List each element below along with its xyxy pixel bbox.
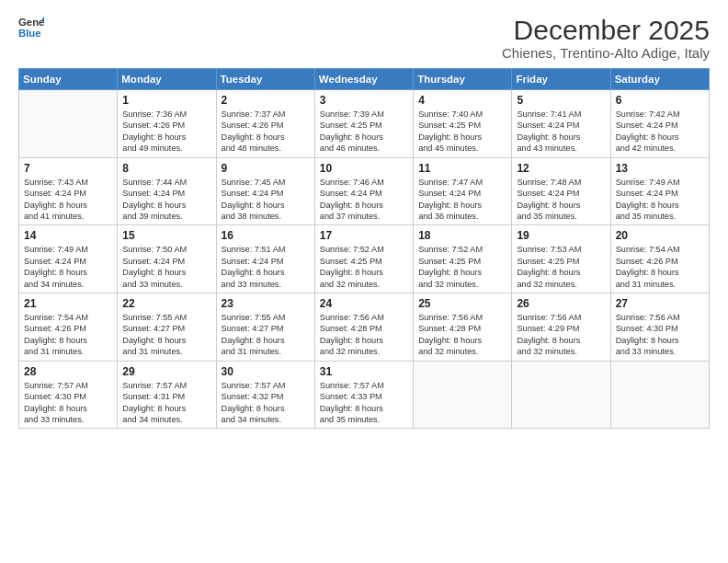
day-info: Sunrise: 7:56 AM Sunset: 4:28 PM Dayligh… (418, 312, 506, 358)
day-info: Sunrise: 7:41 AM Sunset: 4:24 PM Dayligh… (517, 109, 605, 155)
header-tuesday: Tuesday (216, 69, 314, 90)
calendar-day-cell: 15Sunrise: 7:50 AM Sunset: 4:24 PM Dayli… (118, 225, 216, 293)
day-info: Sunrise: 7:56 AM Sunset: 4:30 PM Dayligh… (616, 312, 704, 358)
day-number: 30 (222, 365, 310, 378)
day-number: 22 (122, 297, 210, 310)
calendar-day-cell: 18Sunrise: 7:52 AM Sunset: 4:25 PM Dayli… (414, 225, 512, 293)
day-info: Sunrise: 7:53 AM Sunset: 4:25 PM Dayligh… (517, 244, 605, 290)
day-info: Sunrise: 7:45 AM Sunset: 4:24 PM Dayligh… (222, 177, 310, 223)
calendar-day-cell: 24Sunrise: 7:56 AM Sunset: 4:28 PM Dayli… (314, 293, 413, 362)
day-number: 9 (222, 162, 310, 175)
calendar-day-cell (610, 361, 709, 429)
day-info: Sunrise: 7:36 AM Sunset: 4:26 PM Dayligh… (122, 109, 210, 155)
day-number: 8 (122, 162, 210, 175)
header-wednesday: Wednesday (314, 69, 413, 90)
day-number: 28 (24, 365, 112, 378)
day-info: Sunrise: 7:47 AM Sunset: 4:24 PM Dayligh… (418, 177, 506, 223)
day-number: 21 (24, 297, 112, 310)
calendar-day-cell: 5Sunrise: 7:41 AM Sunset: 4:24 PM Daylig… (512, 90, 610, 158)
calendar-day-cell: 4Sunrise: 7:40 AM Sunset: 4:25 PM Daylig… (414, 90, 512, 158)
day-number: 24 (320, 297, 408, 310)
day-info: Sunrise: 7:55 AM Sunset: 4:27 PM Dayligh… (222, 312, 310, 358)
calendar-day-cell: 19Sunrise: 7:53 AM Sunset: 4:25 PM Dayli… (512, 225, 610, 293)
day-info: Sunrise: 7:57 AM Sunset: 4:32 PM Dayligh… (222, 380, 310, 426)
day-info: Sunrise: 7:46 AM Sunset: 4:24 PM Dayligh… (320, 177, 408, 223)
calendar-day-cell: 7Sunrise: 7:43 AM Sunset: 4:24 PM Daylig… (19, 157, 118, 225)
day-number: 15 (122, 229, 210, 242)
calendar-day-cell: 16Sunrise: 7:51 AM Sunset: 4:24 PM Dayli… (216, 225, 314, 293)
day-info: Sunrise: 7:49 AM Sunset: 4:24 PM Dayligh… (616, 177, 704, 223)
header-sunday: Sunday (19, 69, 118, 90)
calendar-day-cell: 11Sunrise: 7:47 AM Sunset: 4:24 PM Dayli… (414, 157, 512, 225)
location-subtitle: Chienes, Trentino-Alto Adige, Italy (502, 45, 710, 61)
day-number: 13 (616, 162, 704, 175)
day-info: Sunrise: 7:40 AM Sunset: 4:25 PM Dayligh… (418, 109, 506, 155)
day-number: 26 (517, 297, 605, 310)
day-number: 3 (320, 94, 408, 107)
day-number: 12 (517, 162, 605, 175)
day-number: 29 (122, 365, 210, 378)
calendar-day-cell: 28Sunrise: 7:57 AM Sunset: 4:30 PM Dayli… (19, 361, 118, 429)
calendar-day-cell: 12Sunrise: 7:48 AM Sunset: 4:24 PM Dayli… (512, 157, 610, 225)
month-year-title: December 2025 (502, 15, 710, 45)
calendar-day-cell: 27Sunrise: 7:56 AM Sunset: 4:30 PM Dayli… (610, 293, 709, 362)
calendar-day-cell: 30Sunrise: 7:57 AM Sunset: 4:32 PM Dayli… (216, 361, 314, 429)
day-info: Sunrise: 7:56 AM Sunset: 4:28 PM Dayligh… (320, 312, 408, 358)
calendar-day-cell: 9Sunrise: 7:45 AM Sunset: 4:24 PM Daylig… (216, 157, 314, 225)
calendar-day-cell: 6Sunrise: 7:42 AM Sunset: 4:24 PM Daylig… (610, 90, 709, 158)
day-info: Sunrise: 7:54 AM Sunset: 4:26 PM Dayligh… (616, 244, 704, 290)
calendar-day-cell: 8Sunrise: 7:44 AM Sunset: 4:24 PM Daylig… (118, 157, 216, 225)
day-number: 2 (222, 94, 310, 107)
calendar-day-cell: 21Sunrise: 7:54 AM Sunset: 4:26 PM Dayli… (19, 293, 118, 362)
calendar-table: Sunday Monday Tuesday Wednesday Thursday… (18, 68, 710, 429)
day-info: Sunrise: 7:57 AM Sunset: 4:31 PM Dayligh… (122, 380, 210, 426)
day-info: Sunrise: 7:42 AM Sunset: 4:24 PM Dayligh… (616, 109, 704, 155)
day-info: Sunrise: 7:50 AM Sunset: 4:24 PM Dayligh… (122, 244, 210, 290)
calendar-day-cell: 17Sunrise: 7:52 AM Sunset: 4:25 PM Dayli… (314, 225, 413, 293)
calendar-day-cell (19, 90, 118, 158)
day-number: 25 (418, 297, 506, 310)
day-number: 31 (320, 365, 408, 378)
day-number: 18 (418, 229, 506, 242)
logo: General Blue (18, 15, 46, 40)
day-info: Sunrise: 7:54 AM Sunset: 4:26 PM Dayligh… (24, 312, 112, 358)
day-info: Sunrise: 7:37 AM Sunset: 4:26 PM Dayligh… (222, 109, 310, 155)
calendar-day-cell: 20Sunrise: 7:54 AM Sunset: 4:26 PM Dayli… (610, 225, 709, 293)
week-row-3: 14Sunrise: 7:49 AM Sunset: 4:24 PM Dayli… (19, 225, 710, 293)
calendar-day-cell (414, 361, 512, 429)
calendar-day-cell: 10Sunrise: 7:46 AM Sunset: 4:24 PM Dayli… (314, 157, 413, 225)
header: General Blue December 2025 Chienes, Tren… (18, 15, 710, 61)
day-info: Sunrise: 7:52 AM Sunset: 4:25 PM Dayligh… (418, 244, 506, 290)
calendar-day-cell: 2Sunrise: 7:37 AM Sunset: 4:26 PM Daylig… (216, 90, 314, 158)
day-number: 7 (24, 162, 112, 175)
calendar-day-cell: 26Sunrise: 7:56 AM Sunset: 4:29 PM Dayli… (512, 293, 610, 362)
title-block: December 2025 Chienes, Trentino-Alto Adi… (502, 15, 710, 61)
day-info: Sunrise: 7:57 AM Sunset: 4:33 PM Dayligh… (320, 380, 408, 426)
week-row-2: 7Sunrise: 7:43 AM Sunset: 4:24 PM Daylig… (19, 157, 710, 225)
week-row-5: 28Sunrise: 7:57 AM Sunset: 4:30 PM Dayli… (19, 361, 710, 429)
calendar-day-cell: 25Sunrise: 7:56 AM Sunset: 4:28 PM Dayli… (414, 293, 512, 362)
day-info: Sunrise: 7:43 AM Sunset: 4:24 PM Dayligh… (24, 177, 112, 223)
day-number: 19 (517, 229, 605, 242)
day-info: Sunrise: 7:57 AM Sunset: 4:30 PM Dayligh… (24, 380, 112, 426)
calendar-day-cell: 13Sunrise: 7:49 AM Sunset: 4:24 PM Dayli… (610, 157, 709, 225)
day-number: 6 (616, 94, 704, 107)
day-number: 23 (222, 297, 310, 310)
day-info: Sunrise: 7:51 AM Sunset: 4:24 PM Dayligh… (222, 244, 310, 290)
svg-text:General: General (18, 17, 44, 28)
day-info: Sunrise: 7:56 AM Sunset: 4:29 PM Dayligh… (517, 312, 605, 358)
day-number: 16 (222, 229, 310, 242)
header-monday: Monday (118, 69, 216, 90)
header-saturday: Saturday (610, 69, 709, 90)
day-number: 1 (122, 94, 210, 107)
day-number: 27 (616, 297, 704, 310)
day-info: Sunrise: 7:55 AM Sunset: 4:27 PM Dayligh… (122, 312, 210, 358)
day-number: 14 (24, 229, 112, 242)
weekday-header-row: Sunday Monday Tuesday Wednesday Thursday… (19, 69, 710, 90)
day-number: 10 (320, 162, 408, 175)
logo-icon: General Blue (18, 15, 44, 40)
day-info: Sunrise: 7:49 AM Sunset: 4:24 PM Dayligh… (24, 244, 112, 290)
week-row-1: 1Sunrise: 7:36 AM Sunset: 4:26 PM Daylig… (19, 90, 710, 158)
calendar-day-cell (512, 361, 610, 429)
header-friday: Friday (512, 69, 610, 90)
